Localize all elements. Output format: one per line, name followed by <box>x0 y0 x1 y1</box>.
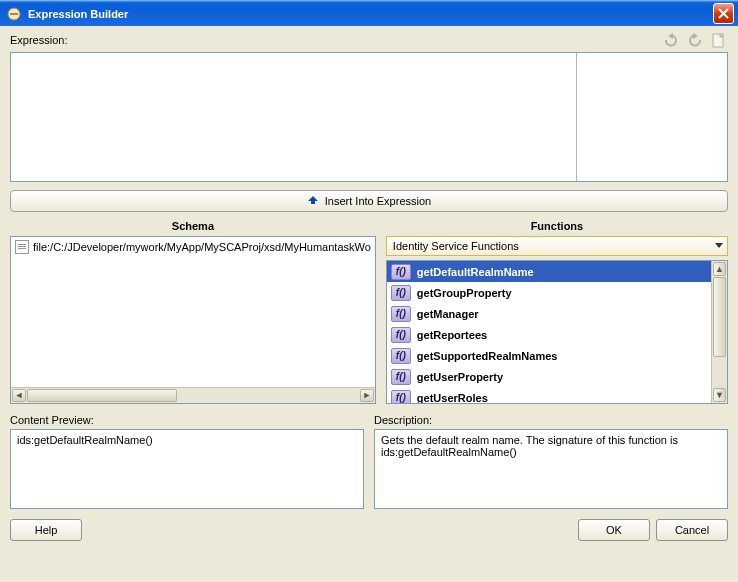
content-preview-box: ids:getDefaultRealmName() <box>10 429 364 509</box>
description-text: Gets the default realm name. The signatu… <box>381 434 678 458</box>
close-button[interactable] <box>713 3 734 24</box>
insert-button-label: Insert Into Expression <box>325 195 431 207</box>
redo-icon[interactable] <box>686 32 704 50</box>
ok-button[interactable]: OK <box>578 519 650 541</box>
function-icon: f() <box>391 348 411 364</box>
function-item[interactable]: f()getManager <box>387 303 711 324</box>
function-icon: f() <box>391 369 411 385</box>
function-category-select[interactable]: Identity Service Functions <box>386 236 728 256</box>
insert-into-expression-button[interactable]: Insert Into Expression <box>10 190 728 212</box>
help-button[interactable]: Help <box>10 519 82 541</box>
content-preview-text: ids:getDefaultRealmName() <box>17 434 153 446</box>
svg-rect-1 <box>10 13 18 15</box>
function-item-label: getGroupProperty <box>417 287 512 299</box>
function-item-label: getManager <box>417 308 479 320</box>
schema-item[interactable]: file:/C:/JDeveloper/mywork/MyApp/MySCAPr… <box>11 237 375 257</box>
window-title: Expression Builder <box>28 8 128 20</box>
chevron-down-icon <box>715 243 723 248</box>
functions-header: Functions <box>386 220 728 232</box>
cancel-button[interactable]: Cancel <box>656 519 728 541</box>
function-item[interactable]: f()getReportees <box>387 324 711 345</box>
file-icon <box>15 240 29 254</box>
schema-tree[interactable]: file:/C:/JDeveloper/mywork/MyApp/MySCAPr… <box>10 236 376 404</box>
function-icon: f() <box>391 306 411 322</box>
function-item-label: getDefaultRealmName <box>417 266 534 278</box>
schema-item-label: file:/C:/JDeveloper/mywork/MyApp/MySCAPr… <box>33 241 371 253</box>
scroll-up-arrow[interactable]: ▲ <box>713 262 726 276</box>
horizontal-scrollbar[interactable]: ◄ ► <box>11 387 375 403</box>
scroll-left-arrow[interactable]: ◄ <box>12 389 26 402</box>
scroll-thumb[interactable] <box>27 389 177 402</box>
page-icon[interactable] <box>710 32 728 50</box>
function-icon: f() <box>391 390 411 404</box>
vertical-scrollbar[interactable]: ▲ ▼ <box>711 261 727 403</box>
title-bar: Expression Builder <box>0 0 738 26</box>
expression-label: Expression: <box>10 34 67 46</box>
expression-textarea[interactable] <box>10 52 728 182</box>
description-label: Description: <box>374 414 728 426</box>
undo-icon[interactable] <box>662 32 680 50</box>
function-icon: f() <box>391 327 411 343</box>
function-item-label: getUserRoles <box>417 392 488 404</box>
function-item[interactable]: f()getUserProperty <box>387 366 711 387</box>
function-icon: f() <box>391 264 411 280</box>
scroll-thumb[interactable] <box>713 277 726 357</box>
app-icon <box>6 6 22 22</box>
chevron-up-icon <box>307 194 319 208</box>
function-category-value: Identity Service Functions <box>393 240 519 252</box>
function-item[interactable]: f()getSupportedRealmNames <box>387 345 711 366</box>
scroll-right-arrow[interactable]: ► <box>360 389 374 402</box>
function-item-label: getSupportedRealmNames <box>417 350 558 362</box>
function-item[interactable]: f()getGroupProperty <box>387 282 711 303</box>
description-box: Gets the default realm name. The signatu… <box>374 429 728 509</box>
scroll-down-arrow[interactable]: ▼ <box>713 388 726 402</box>
function-list[interactable]: f()getDefaultRealmNamef()getGroupPropert… <box>386 260 728 404</box>
function-item[interactable]: f()getDefaultRealmName <box>387 261 711 282</box>
function-item-label: getReportees <box>417 329 487 341</box>
function-item-label: getUserProperty <box>417 371 503 383</box>
function-item[interactable]: f()getUserRoles <box>387 387 711 403</box>
schema-header: Schema <box>10 220 376 232</box>
function-icon: f() <box>391 285 411 301</box>
content-preview-label: Content Preview: <box>10 414 364 426</box>
